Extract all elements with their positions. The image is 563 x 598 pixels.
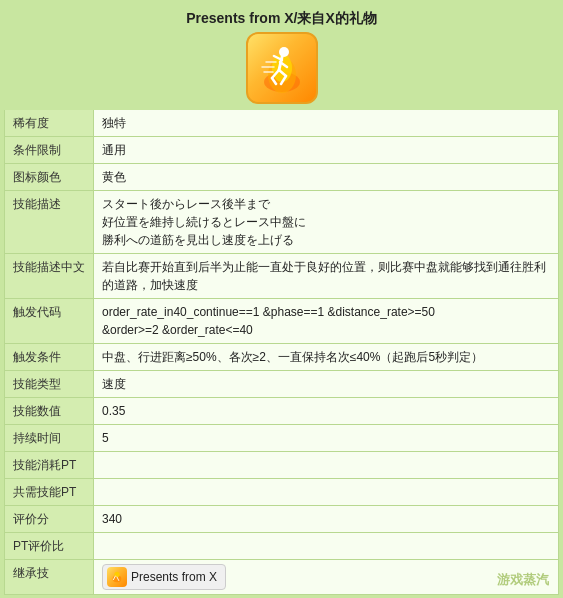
skill-icon <box>246 32 318 104</box>
field-value: 若自比赛开始直到后半为止能一直处于良好的位置，则比赛中盘就能够找到通往胜利的道路… <box>94 254 559 299</box>
inherit-badge-icon <box>107 567 127 587</box>
field-label: 技能描述中文 <box>5 254 94 299</box>
field-value: 中盘、行进距离≥50%、各次≥2、一直保持名次≤40%（起跑后5秒判定） <box>94 344 559 371</box>
field-value: スタート後からレース後半まで 好位置を維持し続けるとレース中盤に 勝利への道筋を… <box>94 191 559 254</box>
field-label: 触发代码 <box>5 299 94 344</box>
field-label: 技能数值 <box>5 398 94 425</box>
table-row: 触发条件中盘、行进距离≥50%、各次≥2、一直保持名次≤40%（起跑后5秒判定） <box>5 344 559 371</box>
inherit-badge[interactable]: Presents from X <box>102 564 226 590</box>
field-label: 触发条件 <box>5 344 94 371</box>
field-label: 稀有度 <box>5 110 94 137</box>
skill-icon-area <box>4 32 559 104</box>
field-value <box>94 533 559 560</box>
svg-point-3 <box>279 47 289 57</box>
field-value <box>94 479 559 506</box>
inherit-badge-label: Presents from X <box>131 568 217 586</box>
field-value: order_rate_in40_continue==1 &phase==1 &d… <box>94 299 559 344</box>
table-row: 技能类型速度 <box>5 371 559 398</box>
table-row: 条件限制通用 <box>5 137 559 164</box>
table-row: 继承技 Presents from X <box>5 560 559 595</box>
field-label: 持续时间 <box>5 425 94 452</box>
watermark: 游戏蒸汽 <box>497 571 549 589</box>
field-value: 独特 <box>94 110 559 137</box>
table-row: 持续时间5 <box>5 425 559 452</box>
field-label: 共需技能PT <box>5 479 94 506</box>
field-value: Presents from X <box>94 560 559 595</box>
table-row: 图标颜色黄色 <box>5 164 559 191</box>
field-value: 5 <box>94 425 559 452</box>
field-value: 340 <box>94 506 559 533</box>
table-row: 技能数值0.35 <box>5 398 559 425</box>
field-label: 继承技 <box>5 560 94 595</box>
skill-icon-svg <box>254 40 310 96</box>
field-value: 速度 <box>94 371 559 398</box>
table-row: 共需技能PT <box>5 479 559 506</box>
table-row: 技能描述中文若自比赛开始直到后半为止能一直处于良好的位置，则比赛中盘就能够找到通… <box>5 254 559 299</box>
table-row: 稀有度独特 <box>5 110 559 137</box>
field-value: 0.35 <box>94 398 559 425</box>
field-label: 技能消耗PT <box>5 452 94 479</box>
table-row: PT评价比 <box>5 533 559 560</box>
field-label: 技能描述 <box>5 191 94 254</box>
field-value: 通用 <box>94 137 559 164</box>
field-label: 评价分 <box>5 506 94 533</box>
page-title: Presents from X/来自X的礼物 <box>4 4 559 32</box>
field-label: 图标颜色 <box>5 164 94 191</box>
field-value <box>94 452 559 479</box>
table-row: 技能描述スタート後からレース後半まで 好位置を維持し続けるとレース中盤に 勝利へ… <box>5 191 559 254</box>
info-table: 稀有度独特条件限制通用图标颜色黄色技能描述スタート後からレース後半まで 好位置を… <box>4 110 559 595</box>
field-label: 条件限制 <box>5 137 94 164</box>
field-value: 黄色 <box>94 164 559 191</box>
table-row: 技能消耗PT <box>5 452 559 479</box>
table-row: 评价分340 <box>5 506 559 533</box>
field-label: PT评价比 <box>5 533 94 560</box>
field-label: 技能类型 <box>5 371 94 398</box>
table-row: 触发代码order_rate_in40_continue==1 &phase==… <box>5 299 559 344</box>
